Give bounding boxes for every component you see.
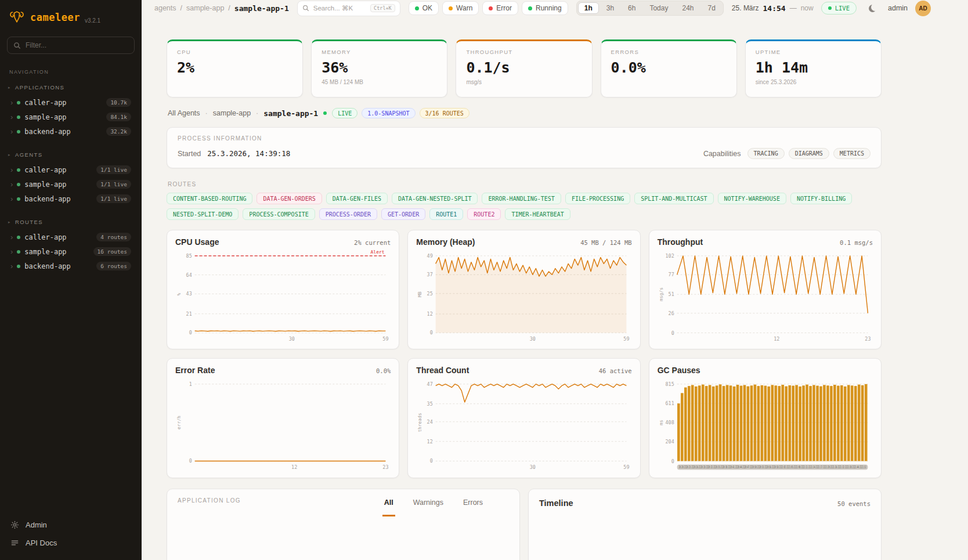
range-24h[interactable]: 24h bbox=[676, 2, 700, 14]
all-agents-link[interactable]: All Agents bbox=[168, 109, 200, 117]
svg-text:49: 49 bbox=[427, 253, 433, 259]
route-chip-error-handling-test[interactable]: ERROR-HANDLING-TEST bbox=[482, 193, 561, 204]
status-filter-ok[interactable]: OK bbox=[409, 1, 439, 15]
item-label: backend-app bbox=[24, 195, 70, 203]
sidebar-item-agents-caller-app[interactable]: ›caller-app1/1 live bbox=[7, 162, 135, 177]
svg-text:815: 815 bbox=[665, 381, 674, 387]
route-chip-notify-billing[interactable]: NOTIFY-BILLING bbox=[790, 193, 852, 204]
chart-canvas-error-rate: 10err/h1223 bbox=[175, 376, 391, 472]
datetime-range[interactable]: 25. März 14:54 — now bbox=[732, 4, 814, 13]
sidebar-item-applications-sample-app[interactable]: ›sample-app84.1k bbox=[7, 110, 135, 124]
route-chip-file-processing[interactable]: FILE-PROCESSING bbox=[565, 193, 630, 204]
stat-card-throughput: THROUGHPUT0.1/smsg/s bbox=[456, 39, 592, 97]
chart-header: GC Pauses bbox=[658, 366, 873, 375]
chevron-right-icon: › bbox=[10, 113, 13, 121]
sidebar-section-header-applications[interactable]: ▸APPLICATIONS bbox=[7, 80, 135, 95]
sidebar-filter-input[interactable]: Filter... bbox=[7, 37, 135, 54]
route-chip-process-order[interactable]: PROCESS-ORDER bbox=[319, 208, 377, 220]
stat-label: THROUGHPUT bbox=[466, 49, 581, 55]
sidebar-item-routes-backend-app[interactable]: ›backend-app6 routes bbox=[7, 259, 135, 273]
search-input[interactable]: Search... ⌘K Ctrl+K bbox=[297, 1, 400, 16]
sidebar-item-agents-backend-app[interactable]: ›backend-app1/1 live bbox=[7, 192, 135, 206]
sample-app-link[interactable]: sample-app bbox=[213, 109, 251, 117]
status-filter-group: OKWarnErrorRunning bbox=[409, 1, 568, 15]
live-label: LIVE bbox=[835, 5, 850, 12]
svg-text:37: 37 bbox=[427, 272, 433, 277]
svg-text:47: 47 bbox=[427, 381, 433, 387]
app-logo[interactable]: cameleer v3.2.1 bbox=[7, 8, 135, 37]
sidebar-item-admin[interactable]: Admin bbox=[10, 521, 131, 529]
route-chip-content-based-routing[interactable]: CONTENT-BASED-ROUTING bbox=[167, 193, 252, 204]
range-1h[interactable]: 1h bbox=[578, 2, 599, 14]
status-dot-icon bbox=[17, 183, 20, 186]
stat-card-uptime: UPTIME1h 14msince 25.3.2026 bbox=[745, 39, 882, 97]
gear-icon bbox=[10, 521, 19, 529]
svg-text:%: % bbox=[176, 293, 182, 296]
route-chip-process-composite[interactable]: PROCESS-COMPOSITE bbox=[243, 208, 315, 220]
route-chip-data-gen-orders[interactable]: DATA-GEN-ORDERS bbox=[257, 193, 322, 204]
route-chip-timer-heartbeat[interactable]: TIMER-HEARTBEAT bbox=[505, 208, 570, 220]
chevron-right-icon: › bbox=[10, 195, 13, 203]
route-chip-route1[interactable]: ROUTE1 bbox=[429, 208, 463, 220]
log-tab-all[interactable]: All bbox=[382, 497, 395, 516]
live-toggle[interactable]: LIVE bbox=[821, 2, 857, 15]
status-filter-error[interactable]: Error bbox=[482, 1, 518, 15]
chevron-right-icon: › bbox=[10, 233, 13, 241]
datetime-end-label: now bbox=[801, 4, 814, 12]
range-7d[interactable]: 7d bbox=[702, 2, 722, 14]
log-tab-errors[interactable]: Errors bbox=[461, 497, 485, 516]
route-chip-data-gen-nested-split[interactable]: DATA-GEN-NESTED-SPLIT bbox=[392, 193, 478, 204]
route-chip-notify-warehouse[interactable]: NOTIFY-WAREHOUSE bbox=[718, 193, 786, 204]
range-3h[interactable]: 3h bbox=[600, 2, 620, 14]
sidebar-item-applications-caller-app[interactable]: ›caller-app10.7k bbox=[7, 95, 135, 110]
sidebar-item-api-docs[interactable]: API Docs bbox=[10, 539, 131, 547]
breadcrumb-agents[interactable]: agents bbox=[154, 4, 176, 12]
chart-title: Error Rate bbox=[175, 366, 215, 375]
routes-label: ROUTES bbox=[168, 181, 880, 187]
stat-value: 0.0% bbox=[611, 59, 727, 76]
svg-text:1: 1 bbox=[189, 381, 192, 387]
capability-tracing: TRACING bbox=[747, 148, 785, 159]
route-chip-data-gen-files[interactable]: DATA-GEN-FILES bbox=[326, 193, 388, 204]
chevron-right-icon: › bbox=[10, 99, 13, 106]
stat-sub: msg/s bbox=[466, 79, 581, 85]
agent-live-dot-icon bbox=[323, 111, 327, 115]
sidebar-item-applications-backend-app[interactable]: ›backend-app32.2k bbox=[7, 124, 135, 139]
svg-text:23: 23 bbox=[382, 465, 388, 471]
range-today[interactable]: Today bbox=[643, 2, 674, 14]
agent-separator: · bbox=[205, 109, 208, 117]
breadcrumb-separator: / bbox=[228, 4, 230, 12]
chart-header: Throughput0.1 msg/s bbox=[658, 237, 873, 247]
route-chip-route2[interactable]: ROUTE2 bbox=[467, 208, 501, 220]
sidebar-item-routes-sample-app[interactable]: ›sample-app16 routes bbox=[7, 244, 135, 259]
dark-mode-toggle[interactable] bbox=[864, 0, 880, 16]
navigation-label: NAVIGATION bbox=[7, 69, 135, 80]
chart-header: CPU Usage2% current bbox=[175, 237, 391, 247]
svg-text:12: 12 bbox=[774, 336, 779, 342]
sidebar-section-header-routes[interactable]: ▸ROUTES bbox=[7, 214, 135, 230]
avatar[interactable]: AD bbox=[915, 1, 931, 16]
sidebar-section-agents: ▸AGENTS›caller-app1/1 live›sample-app1/1… bbox=[7, 147, 135, 206]
status-filter-label: Error bbox=[496, 4, 512, 12]
svg-text:64: 64 bbox=[186, 272, 192, 278]
sidebar-section-header-agents[interactable]: ▸AGENTS bbox=[7, 147, 135, 162]
chart-current-value: 2% current bbox=[354, 239, 391, 246]
sidebar-item-agents-sample-app[interactable]: ›sample-app1/1 live bbox=[7, 177, 135, 192]
range-6h[interactable]: 6h bbox=[622, 2, 642, 14]
item-count-badge: 1/1 live bbox=[96, 180, 131, 189]
sidebar-footer: Admin API Docs bbox=[7, 517, 135, 550]
capability-pills: TRACINGDIAGRAMSMETRICS bbox=[747, 148, 871, 159]
sidebar-item-routes-caller-app[interactable]: ›caller-app4 routes bbox=[7, 230, 135, 244]
stat-value: 0.1/s bbox=[466, 59, 581, 76]
svg-text:0: 0 bbox=[189, 330, 192, 336]
status-filter-label: Running bbox=[536, 4, 562, 12]
route-chip-split-and-multicast[interactable]: SPLIT-AND-MULTICAST bbox=[634, 193, 713, 204]
breadcrumb-sample-app[interactable]: sample-app bbox=[186, 4, 224, 12]
status-filter-warn[interactable]: Warn bbox=[442, 1, 479, 15]
route-chip-nested-split-demo[interactable]: NESTED-SPLIT-DEMO bbox=[167, 208, 239, 220]
svg-text:MB: MB bbox=[417, 291, 422, 297]
route-chip-get-order[interactable]: GET-ORDER bbox=[381, 208, 425, 220]
status-dot-icon bbox=[17, 115, 20, 119]
status-filter-running[interactable]: Running bbox=[522, 1, 568, 15]
log-tab-warnings[interactable]: Warnings bbox=[411, 497, 445, 516]
